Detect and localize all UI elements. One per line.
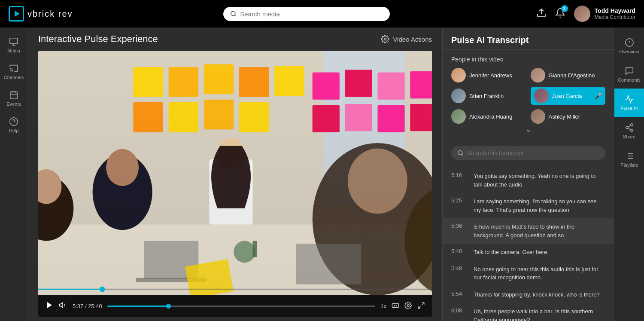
person-name-alexandra: Alexandra Huang (469, 113, 512, 120)
video-scene (38, 51, 432, 295)
search-bar-wrapper (77, 7, 536, 21)
panel-item-pulse-ai[interactable]: Pulse AI (614, 89, 644, 117)
share-icon (625, 123, 634, 132)
sidebar: Media Channels Events Help (0, 28, 28, 321)
notification-badge: 3 (561, 5, 568, 12)
comments-icon (625, 66, 634, 76)
svg-point-11 (10, 118, 18, 125)
user-role: Media Contributor (595, 14, 635, 20)
panel-item-playlists[interactable]: Playlists (614, 145, 644, 174)
progress-bar[interactable] (107, 306, 376, 307)
svg-line-1 (235, 15, 236, 16)
play-button[interactable] (45, 301, 54, 312)
sidebar-item-channels[interactable]: Channels (0, 58, 27, 85)
fullscreen-button[interactable] (417, 302, 425, 311)
transcript-title: Pulse AI Transcript (443, 28, 614, 50)
time-display: 5:37 / 25:40 (73, 303, 102, 309)
person-juan[interactable]: Juan Garcia 🎤 (531, 87, 606, 105)
person-avatar-juan (534, 89, 549, 103)
main-layout: Media Channels Events Help (0, 28, 644, 321)
entry-text: I am saying something. I'm talking so yo… (474, 197, 605, 214)
svg-line-67 (628, 128, 630, 130)
logo[interactable]: vbrick rev (9, 6, 77, 21)
speed-control[interactable]: 1x (380, 303, 386, 309)
video-controls: 5:37 / 25:40 1x (38, 295, 432, 317)
svg-rect-55 (392, 303, 399, 307)
right-panel: Overview Comments Pulse AI Share (614, 28, 644, 321)
svg-marker-53 (47, 302, 52, 308)
settings-button[interactable] (404, 302, 412, 311)
info-icon (625, 38, 634, 47)
svg-point-13 (384, 38, 386, 40)
show-more-people[interactable] (451, 124, 605, 138)
transcript-entry-540[interactable]: 5:40 Talk to the camera. Over here. (443, 244, 614, 261)
entry-time: 6:08 (451, 307, 467, 321)
svg-line-68 (628, 125, 630, 127)
person-name-gianna: Gianna D'Agostino (549, 72, 595, 79)
volume-button[interactable] (59, 301, 67, 312)
video-thumbnail (38, 51, 432, 295)
video-actions-button[interactable]: Video Actions (381, 35, 432, 43)
video-scene-svg (38, 51, 432, 295)
entry-time: 5:16 (451, 172, 467, 189)
transcript-search-input[interactable] (467, 150, 599, 156)
content-header: Interactive Pulse Experience Video Actio… (28, 28, 442, 51)
captions-button[interactable] (392, 302, 399, 311)
panel-item-share[interactable]: Share (614, 117, 644, 145)
transcript-search-icon (457, 150, 464, 156)
person-brian[interactable]: Brian Franklin (451, 87, 526, 105)
transcript-entry-608[interactable]: 6:08 Uh, three people walk into a bar. I… (443, 303, 614, 321)
person-jennifer[interactable]: Jennifer Andrews (451, 68, 526, 83)
svg-rect-3 (10, 38, 18, 44)
video-container: 5:37 / 25:40 1x (28, 51, 442, 321)
sidebar-label-channels: Channels (4, 75, 24, 80)
media-search-input[interactable] (240, 10, 383, 18)
calendar-icon (9, 90, 18, 100)
header: vbrick rev 3 (0, 0, 644, 28)
speaking-indicator: 🎤 (595, 92, 602, 99)
sidebar-item-media[interactable]: Media (0, 32, 27, 58)
entry-text: No ones going to hear this this audio th… (474, 265, 605, 282)
search-bar (223, 7, 390, 21)
person-alexandra[interactable]: Alexandra Huang (451, 109, 526, 124)
entry-text: Thanks for stopping by. knock knock, who… (474, 290, 600, 299)
svg-point-0 (231, 11, 235, 15)
svg-rect-51 (38, 289, 102, 290)
notifications-button[interactable]: 3 (555, 8, 565, 20)
people-grid: Jennifer Andrews Gianna D'Agostino Brian… (451, 68, 605, 124)
person-name-jennifer: Jennifer Andrews (469, 72, 512, 79)
svg-point-52 (100, 287, 105, 292)
help-icon (9, 117, 18, 126)
transcript-entry-536[interactable]: 5:36 is how much is Matt's face to show … (443, 218, 614, 244)
entry-text: is how much is Matt's face to show in th… (474, 223, 605, 239)
page-title: Interactive Pulse Experience (38, 34, 158, 45)
header-actions: 3 Todd Hayward Media Contributor (536, 6, 635, 22)
transcript-entry-554[interactable]: 5:54 Thanks for stopping by. knock knock… (443, 286, 614, 303)
transcript-entry-548[interactable]: 5:48 No ones going to hear this this aud… (443, 261, 614, 286)
svg-rect-7 (10, 92, 18, 99)
video-icon (9, 37, 18, 46)
panel-label-playlists: Playlists (620, 162, 638, 168)
upload-button[interactable] (536, 8, 547, 20)
svg-line-57 (422, 303, 424, 305)
panel-item-comments[interactable]: Comments (614, 60, 644, 89)
person-ashley[interactable]: Ashley Miller (531, 109, 606, 124)
sidebar-item-events[interactable]: Events (0, 85, 27, 112)
person-gianna[interactable]: Gianna D'Agostino (531, 68, 606, 83)
transcript-entry-525[interactable]: 5:25 I am saying something. I'm talking … (443, 193, 614, 218)
sidebar-item-help[interactable]: Help (0, 112, 27, 138)
entry-time: 5:36 (451, 223, 467, 239)
transcript-entry-516[interactable]: 5:16 You gotta say something. Yeah no on… (443, 168, 614, 193)
entry-time: 5:40 (451, 248, 467, 257)
person-name-juan: Juan Garcia (552, 93, 582, 99)
video-player: 5:37 / 25:40 1x (38, 51, 432, 317)
user-info[interactable]: Todd Hayward Media Contributor (574, 6, 635, 22)
person-name-ashley: Ashley Miller (549, 113, 580, 120)
user-details: Todd Hayward Media Contributor (595, 7, 635, 20)
svg-line-58 (418, 306, 420, 308)
entry-time: 5:54 (451, 290, 467, 299)
person-avatar-jennifer (451, 68, 466, 83)
user-name: Todd Hayward (595, 7, 635, 14)
panel-item-overview[interactable]: Overview (614, 32, 644, 60)
entry-text: Talk to the camera. Over here. (474, 248, 549, 257)
